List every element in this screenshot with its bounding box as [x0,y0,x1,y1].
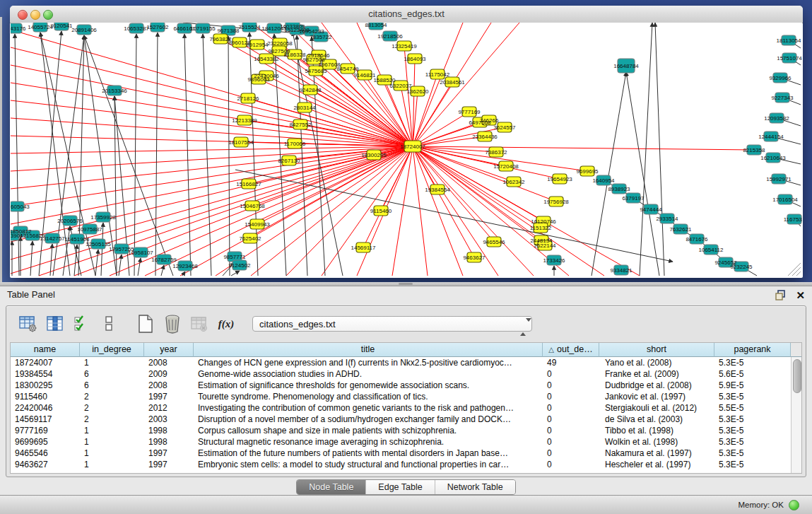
table-row[interactable]: 911546021997Tourette syndrome. Phenomeno… [11,391,791,402]
cell-pagerank: 5.3E-5 [714,391,791,402]
graph-node-label: 18300295 [361,152,387,158]
table-row[interactable]: 1830029562008Estimation of significance … [11,380,791,391]
cell-pagerank: 5.3E-5 [714,436,791,448]
cell-year: 2012 [144,402,194,414]
graph-node-label: 9329966 [769,75,792,81]
graph-node-label: 18113054 [777,37,802,44]
graph-node-label: 9699695 [576,168,599,175]
graph-node-label: 1151322 [530,225,552,231]
delete-column-icon[interactable] [162,313,183,335]
cell-in_degree: 2 [80,402,144,414]
cell-name: 9699695 [11,436,80,448]
network-canvas[interactable]: 2043176912054114055724208914061065328715… [11,23,802,277]
cell-out_degree: 0 [543,368,599,380]
tab-node-table[interactable]: Node Table [297,480,365,494]
column-header-year[interactable]: year [144,343,194,357]
column-header-out_degree[interactable]: △out_de… [543,343,599,357]
edge [119,255,122,276]
table-panel-title: Table Panel [7,289,55,300]
tab-edge-table[interactable]: Edge Table [365,480,434,494]
scrollbar-thumb[interactable] [793,359,801,393]
cell-name: 9115460 [11,391,80,402]
cell-title: Structural magnetic resonance image aver… [194,436,543,448]
network-view-window[interactable]: citations_edges.txt 20431769120541140557… [10,6,803,278]
cell-short: Franke et al. (2009) [599,368,714,380]
table-row[interactable]: 1456911722003Disruption of a novel membe… [11,414,791,425]
column-header-title[interactable]: title [194,343,543,357]
graph-node-label: 9115460 [370,208,392,214]
edge [184,34,191,276]
table-row[interactable]: 977716911998Corpus callosum shape and si… [11,425,791,436]
table-body: 1872400712008Changes of HCN gene express… [11,357,791,473]
table-panel: Table Panel ✕ [0,286,812,514]
cell-out_degree: 0 [543,448,599,459]
network-window-titlebar[interactable]: citations_edges.txt [10,6,803,23]
new-column-icon[interactable] [135,313,156,335]
sort-ascending-icon: △ [548,346,554,354]
cell-short: Jankovic et al. (1997) [599,391,714,402]
cell-in_degree: 6 [80,380,144,391]
cell-in_degree: 1 [80,459,144,470]
unselect-all-columns-icon[interactable] [98,313,119,335]
column-header-name[interactable]: name [11,343,80,357]
graph-node-label: 18724007 [400,144,425,150]
graph-node-label: 2803144 [293,105,316,111]
graph-node-label: 16210643 [760,155,786,161]
graph-node-label: 12923468 [172,263,198,269]
cell-title: Estimation of significance thresholds fo… [194,380,543,391]
cell-pagerank: 5.3E-5 [714,414,791,425]
cell-in_degree: 2 [80,414,144,425]
graph-node-label: 8427552 [289,122,312,128]
table-vertical-scrollbar[interactable] [791,357,801,473]
table-row[interactable]: 946554611997Estimation of the future num… [11,448,791,459]
show-columns-icon[interactable] [45,313,66,335]
column-header-in_degree[interactable]: in_degree [80,343,144,357]
cell-year: 1998 [144,436,194,448]
graph-node-label: 16782759 [151,257,177,263]
graph-node-label: 14055724 [28,24,53,30]
memory-status-led-icon[interactable] [789,500,799,510]
cell-name: 18300295 [11,380,80,391]
graph-node-label: 11175042 [425,71,450,78]
cell-name: 9777169 [11,425,80,436]
citation-edge [11,65,413,146]
float-panel-icon[interactable] [775,289,786,300]
cell-pagerank: 5.6E-5 [714,368,791,380]
cell-title: Genome-wide association studies in ADHD. [194,368,543,380]
select-all-columns-icon[interactable] [71,313,93,335]
graph-node-label: 1062342 [502,179,525,185]
cell-pagerank: 5.9E-5 [714,380,791,391]
edge [30,241,33,276]
column-header-short[interactable]: short [599,343,714,357]
table-mode-icon[interactable] [18,313,39,335]
header-scrollbar-stub [791,343,801,357]
cell-year: 1997 [144,391,194,402]
citation-edge [363,146,413,247]
function-builder-icon[interactable]: f(x) [216,313,237,335]
edge [138,258,141,276]
graph-node-label: 2933514 [656,216,678,222]
graph-node-label: 16120746 [531,218,556,225]
cell-pagerank: 5.3E-5 [714,459,791,470]
column-header-pagerank[interactable]: pagerank [714,343,791,357]
table-row[interactable]: 946362711997Embryonic stem cells: a mode… [11,459,791,470]
graph-node-label: 9777169 [458,109,481,115]
combo-arrows-icon [520,320,526,329]
node-table: namein_degreeyeartitle△out_de…shortpager… [10,342,802,474]
graph-node-label: 15751074 [777,55,802,62]
graph-node-label: 15166827 [236,181,261,187]
tab-network-table[interactable]: Network Table [435,480,515,494]
cell-name: 9463627 [11,459,80,470]
table-row[interactable]: 969969511998Structural magnetic resonanc… [11,436,791,448]
table-row[interactable]: 2242004622012Investigating the contribut… [11,402,791,414]
table-select-dropdown[interactable]: citations_edges.txt [252,316,532,332]
cell-year: 2003 [144,414,194,425]
graph-node-label: 7386372 [485,149,507,156]
table-row[interactable]: 1938455462009Genome-wide association stu… [11,368,791,380]
close-panel-icon[interactable]: ✕ [796,290,805,300]
table-row[interactable]: 1872400712008Changes of HCN gene express… [11,357,791,368]
graph-node-label: 18107554 [228,139,254,146]
graph-node-label: 20605043 [11,204,30,210]
canvas-resize-grip[interactable] [788,263,801,276]
cell-name: 14569117 [11,414,80,425]
